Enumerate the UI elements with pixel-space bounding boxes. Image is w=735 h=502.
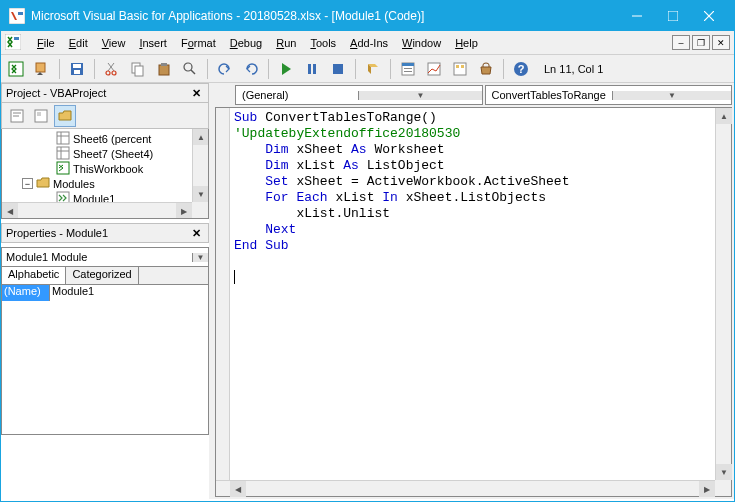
svg-rect-22: [313, 64, 316, 74]
menu-debug[interactable]: Debug: [224, 35, 268, 51]
scroll-right-icon[interactable]: ▶: [176, 203, 192, 219]
svg-rect-17: [159, 65, 169, 75]
project-explorer-button[interactable]: [397, 58, 419, 80]
properties-panel-close-button[interactable]: ✕: [188, 227, 204, 240]
view-code-button[interactable]: [6, 105, 28, 127]
svg-rect-30: [456, 65, 459, 68]
redo-button[interactable]: [240, 58, 262, 80]
menu-format[interactable]: Format: [175, 35, 222, 51]
property-grid[interactable]: (Name) Module1: [1, 285, 209, 435]
svg-rect-23: [333, 64, 343, 74]
find-button[interactable]: [179, 58, 201, 80]
menu-file[interactable]: File: [31, 35, 61, 51]
project-panel-close-button[interactable]: ✕: [188, 87, 204, 100]
view-object-button[interactable]: [30, 105, 52, 127]
toolbox-button[interactable]: [475, 58, 497, 80]
svg-rect-1: [18, 12, 23, 15]
svg-rect-25: [402, 63, 414, 66]
scroll-left-icon[interactable]: ◀: [2, 203, 18, 219]
svg-rect-9: [36, 63, 45, 72]
svg-rect-7: [14, 37, 19, 40]
scroll-corner: [192, 202, 208, 218]
menu-window[interactable]: Window: [396, 35, 447, 51]
code-editor[interactable]: Sub ConvertTablesToRange() 'UpdatebyExte…: [215, 107, 732, 497]
properties-panel-header: Properties - Module1 ✕: [1, 223, 209, 243]
break-button[interactable]: [301, 58, 323, 80]
chevron-down-icon[interactable]: ▼: [358, 91, 481, 100]
property-name-value[interactable]: Module1: [50, 285, 208, 301]
svg-rect-26: [404, 68, 412, 69]
vba-app-icon: [9, 8, 25, 24]
cursor-position: Ln 11, Col 1: [544, 63, 603, 75]
property-name-label: (Name): [2, 285, 50, 301]
run-button[interactable]: [275, 58, 297, 80]
scroll-up-icon[interactable]: ▲: [716, 108, 732, 124]
tree-sheet7[interactable]: Sheet7 (Sheet4): [56, 146, 206, 161]
design-mode-button[interactable]: [362, 58, 384, 80]
reset-button[interactable]: [327, 58, 349, 80]
menu-tools[interactable]: Tools: [304, 35, 342, 51]
svg-rect-21: [308, 64, 311, 74]
scroll-left-icon[interactable]: ◀: [230, 481, 246, 497]
code-view-buttons[interactable]: [216, 480, 230, 496]
excel-icon[interactable]: [5, 34, 21, 52]
menu-view[interactable]: View: [96, 35, 132, 51]
svg-point-13: [106, 71, 110, 75]
scroll-down-icon[interactable]: ▼: [193, 186, 209, 202]
tab-alphabetic[interactable]: Alphabetic: [2, 267, 66, 284]
object-browser-button[interactable]: [449, 58, 471, 80]
properties-button[interactable]: [423, 58, 445, 80]
code-vscroll[interactable]: ▲ ▼: [715, 108, 731, 480]
tab-categorized[interactable]: Categorized: [66, 267, 138, 284]
tree-sheet6[interactable]: Sheet6 (percent: [56, 131, 206, 146]
toggle-folders-button[interactable]: [54, 105, 76, 127]
menu-help[interactable]: Help: [449, 35, 484, 51]
paste-button[interactable]: [153, 58, 175, 80]
code-hscroll[interactable]: ◀ ▶: [230, 480, 715, 496]
tree-vscroll[interactable]: ▲ ▼: [192, 129, 208, 202]
property-row[interactable]: (Name) Module1: [2, 285, 208, 301]
property-tabs: Alphabetic Categorized: [1, 267, 209, 285]
minimize-button[interactable]: [620, 5, 654, 27]
view-excel-button[interactable]: [5, 58, 27, 80]
menu-addins[interactable]: Add-Ins: [344, 35, 394, 51]
insert-dropdown-button[interactable]: [31, 58, 53, 80]
scope-text: (General): [236, 89, 358, 101]
save-button[interactable]: [66, 58, 88, 80]
folder-icon: [36, 176, 50, 192]
scroll-right-icon[interactable]: ▶: [699, 481, 715, 497]
help-button[interactable]: ?: [510, 58, 532, 80]
chevron-down-icon[interactable]: ▼: [612, 91, 731, 100]
svg-rect-18: [161, 63, 167, 66]
tree-modules-folder[interactable]: − Modules: [22, 176, 206, 191]
scroll-up-icon[interactable]: ▲: [193, 129, 209, 145]
scroll-down-icon[interactable]: ▼: [716, 464, 732, 480]
mdi-restore-button[interactable]: ❐: [692, 35, 710, 50]
code-content[interactable]: Sub ConvertTablesToRange() 'UpdatebyExte…: [230, 108, 731, 496]
tree-thisworkbook[interactable]: ThisWorkbook: [56, 161, 206, 176]
undo-button[interactable]: [214, 58, 236, 80]
cut-button[interactable]: [101, 58, 123, 80]
scope-dropdown[interactable]: (General) ▼: [235, 85, 483, 105]
mdi-minimize-button[interactable]: –: [672, 35, 690, 50]
close-button[interactable]: [692, 5, 726, 27]
project-panel-title: Project - VBAProject: [6, 87, 106, 99]
menu-edit[interactable]: Edit: [63, 35, 94, 51]
svg-rect-29: [454, 63, 466, 75]
procedure-dropdown[interactable]: ConvertTablesToRange ▼: [485, 85, 733, 105]
collapse-icon[interactable]: −: [22, 178, 33, 189]
menu-run[interactable]: Run: [270, 35, 302, 51]
tree-hscroll[interactable]: ◀ ▶: [2, 202, 192, 218]
maximize-button[interactable]: [656, 5, 690, 27]
copy-button[interactable]: [127, 58, 149, 80]
svg-rect-39: [57, 132, 69, 144]
menu-insert[interactable]: Insert: [133, 35, 173, 51]
object-dropdown[interactable]: ▼: [1, 247, 209, 267]
chevron-down-icon[interactable]: ▼: [192, 253, 208, 262]
scroll-corner: [715, 480, 731, 496]
object-dropdown-text: [2, 251, 192, 263]
project-tree[interactable]: Sheet6 (percent Sheet7 (Sheet4) ThisWork…: [1, 129, 209, 219]
svg-rect-3: [668, 11, 678, 21]
mdi-close-button[interactable]: ✕: [712, 35, 730, 50]
code-margin: [216, 108, 230, 496]
